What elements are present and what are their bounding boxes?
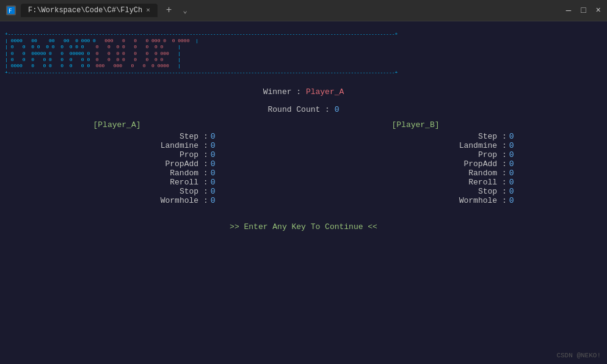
continue-text: >> Enter Any Key To Continue << <box>230 222 377 231</box>
prop-value-b: 0 <box>509 150 514 159</box>
step-label-a: Step : <box>180 132 208 141</box>
list-item: Reroll : 0 <box>93 178 216 187</box>
maximize-button[interactable]: □ <box>581 5 586 15</box>
player-a-header: [Player_A] <box>93 120 216 129</box>
round-count-label: Round Count : <box>267 105 334 114</box>
wormhole-value-b: 0 <box>509 196 514 205</box>
wormhole-label-a: Wormhole : <box>161 196 208 205</box>
random-value-b: 0 <box>509 169 514 178</box>
round-count-section: Round Count : 0 <box>5 105 602 114</box>
random-value-a: 0 <box>211 169 216 178</box>
new-tab-button[interactable]: + <box>162 5 176 16</box>
window-controls: — □ × <box>566 5 601 15</box>
list-item: Stop : 0 <box>392 187 514 196</box>
list-item: PropAdd : 0 <box>392 159 514 169</box>
minimize-button[interactable]: — <box>566 5 571 15</box>
wormhole-value-a: 0 <box>211 196 216 205</box>
close-button[interactable]: × <box>596 5 601 15</box>
tab-chevron-icon[interactable]: ⌄ <box>180 6 189 15</box>
stop-label-b: Stop : <box>478 187 507 196</box>
propadd-value-b: 0 <box>509 159 514 169</box>
list-item: Step : 0 <box>392 132 514 141</box>
stop-value-b: 0 <box>509 187 514 196</box>
list-item: Prop : 0 <box>392 150 514 159</box>
random-label-a: Random : <box>170 169 208 178</box>
continue-prompt[interactable]: >> Enter Any Key To Continue << <box>5 222 602 231</box>
propadd-label-b: PropAdd : <box>463 159 506 169</box>
prop-label-a: Prop : <box>180 150 208 159</box>
titlebar: F F:\Workspace\Code\C#\FlyCh × + ⌄ — □ × <box>0 0 607 21</box>
list-item: Random : 0 <box>93 169 216 178</box>
propadd-value-a: 0 <box>211 159 216 169</box>
winner-section: Winner : Player_A <box>5 87 602 96</box>
reroll-label-a: Reroll : <box>170 178 208 187</box>
stats-container: [Player_A] Step : 0 Landmine : 0 Prop : … <box>5 120 602 205</box>
list-item: Wormhole : 0 <box>392 196 514 205</box>
round-count-value: 0 <box>335 105 340 114</box>
terminal-window: +---------------------------------------… <box>0 21 607 364</box>
stop-value-a: 0 <box>211 187 216 196</box>
landmine-value-b: 0 <box>509 141 514 150</box>
propadd-label-a: PropAdd : <box>165 159 208 169</box>
winner-label: Winner : <box>263 87 306 96</box>
reroll-label-b: Reroll : <box>468 178 506 187</box>
list-item: Landmine : 0 <box>392 141 514 150</box>
landmine-label-b: Landmine : <box>459 141 507 150</box>
winner-name: Player_A <box>306 87 344 96</box>
step-label-b: Step : <box>478 132 507 141</box>
player-b-stats: [Player_B] Step : 0 Landmine : 0 Prop : … <box>392 120 514 205</box>
landmine-value-a: 0 <box>211 141 216 150</box>
active-tab[interactable]: F:\Workspace\Code\C#\FlyCh × <box>21 4 158 17</box>
list-item: Step : 0 <box>93 132 216 141</box>
list-item: Reroll : 0 <box>392 178 514 187</box>
list-item: Wormhole : 0 <box>93 196 216 205</box>
app-icon: F <box>6 5 16 15</box>
tab-label: F:\Workspace\Code\C#\FlyCh <box>28 6 142 15</box>
landmine-label-a: Landmine : <box>161 141 208 150</box>
stop-label-a: Stop : <box>180 187 208 196</box>
prop-label-b: Prop : <box>478 150 507 159</box>
player-a-stats: [Player_A] Step : 0 Landmine : 0 Prop : … <box>93 120 216 205</box>
prop-value-a: 0 <box>211 150 216 159</box>
list-item: Stop : 0 <box>93 187 216 196</box>
list-item: Random : 0 <box>392 169 514 178</box>
reroll-value-b: 0 <box>509 178 514 187</box>
random-label-b: Random : <box>468 169 506 178</box>
list-item: Prop : 0 <box>93 150 216 159</box>
step-value-a: 0 <box>211 132 216 141</box>
reroll-value-a: 0 <box>211 178 216 187</box>
list-item: Landmine : 0 <box>93 141 216 150</box>
list-item: PropAdd : 0 <box>93 159 216 169</box>
player-b-header: [Player_B] <box>392 120 514 129</box>
ascii-banner: +---------------------------------------… <box>5 25 602 82</box>
tab-close-button[interactable]: × <box>146 7 150 14</box>
wormhole-label-b: Wormhole : <box>459 196 507 205</box>
watermark: CSDN @NEKO! <box>556 352 601 359</box>
svg-text:F: F <box>9 8 12 14</box>
step-value-b: 0 <box>509 132 514 141</box>
